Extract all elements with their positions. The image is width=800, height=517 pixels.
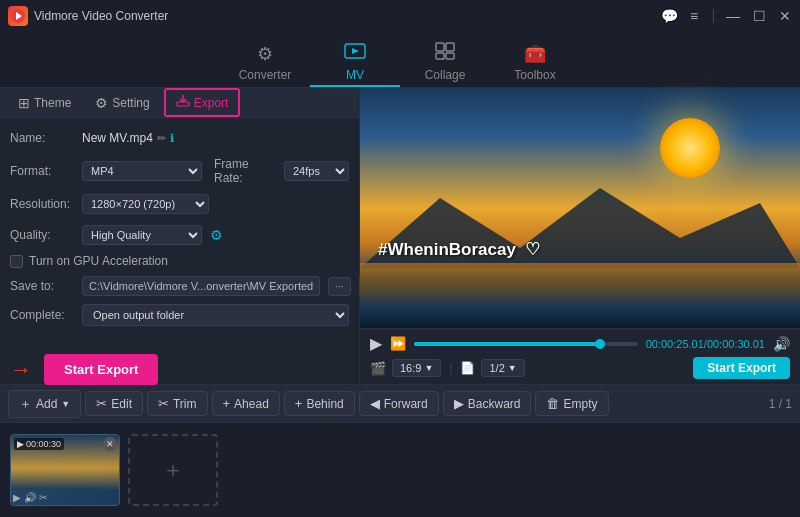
name-value: New MV.mp4 xyxy=(82,131,153,145)
watermark-text: #WheninBoracay xyxy=(378,240,516,259)
tab-converter-label: Converter xyxy=(239,68,292,82)
sub-tab-theme-label: Theme xyxy=(34,96,71,110)
sub-tab-theme[interactable]: ⊞ Theme xyxy=(8,91,81,115)
trim-button[interactable]: ✂ Trim xyxy=(147,391,208,416)
format-select[interactable]: MP4 MOV AVI xyxy=(82,161,202,181)
time-current: 00:00:25.01 xyxy=(646,338,704,350)
clip-close-button[interactable]: ✕ xyxy=(103,437,117,451)
sub-tab-setting[interactable]: ⚙ Setting xyxy=(85,91,159,115)
video-controls: ▶ ⏩ 00:00:25.01/00:00:30.01 🔊 🎬 16:9 ▼ | xyxy=(360,328,800,384)
toolbox-icon: 🧰 xyxy=(524,43,546,65)
aspect-chevron-icon: ▼ xyxy=(424,363,433,373)
quality-settings-icon[interactable]: ⚙ xyxy=(210,227,223,243)
app-icon xyxy=(8,6,28,26)
menu-icon[interactable]: ≡ xyxy=(687,8,701,24)
behind-button[interactable]: + Behind xyxy=(284,391,355,416)
tab-mv-label: MV xyxy=(346,68,364,82)
format-value-area: MP4 MOV AVI Frame Rate: 24fps 30fps 60fp… xyxy=(82,157,349,185)
forward-label: Forward xyxy=(384,397,428,411)
behind-label: Behind xyxy=(306,397,343,411)
time-display: 00:00:25.01/00:00:30.01 xyxy=(646,338,765,350)
save-label: Save to: xyxy=(10,279,82,293)
skip-button[interactable]: ⏩ xyxy=(390,336,406,351)
tab-converter[interactable]: ⚙ Converter xyxy=(220,39,310,87)
backward-button[interactable]: ▶ Backward xyxy=(443,391,532,416)
mv-icon xyxy=(344,42,366,65)
fps-label: Frame Rate: xyxy=(214,157,280,185)
format-label: Format: xyxy=(10,164,82,178)
resolution-row: Resolution: 1280×720 (720p) 1920×1080 (1… xyxy=(10,192,349,216)
name-label: Name: xyxy=(10,131,82,145)
trim-label: Trim xyxy=(173,397,197,411)
fps-select[interactable]: 24fps 30fps 60fps xyxy=(284,161,349,181)
behind-icon: + xyxy=(295,396,303,411)
main-layout: ⊞ Theme ⚙ Setting Export Name: New MV.mp… xyxy=(0,88,800,384)
clip-audio-icon[interactable]: 🔊 xyxy=(24,492,36,503)
page-icon: 📄 xyxy=(460,361,475,375)
sub-tab-bar: ⊞ Theme ⚙ Setting Export xyxy=(0,88,359,118)
edit-name-icon[interactable]: ✏ xyxy=(157,132,166,145)
timeline-add-button[interactable]: ＋ xyxy=(128,434,218,506)
progress-bar[interactable] xyxy=(414,342,638,346)
maximize-button[interactable]: ☐ xyxy=(752,8,766,24)
collage-icon xyxy=(435,42,455,65)
timeline: ▶ 00:00:30 ✕ ▶ 🔊 ✂ ＋ xyxy=(0,422,800,517)
add-clip-icon: ＋ xyxy=(162,455,184,485)
empty-button[interactable]: 🗑 Empty xyxy=(535,391,608,416)
close-button[interactable]: ✕ xyxy=(778,8,792,24)
clip-play-icon[interactable]: ▶ xyxy=(13,492,21,503)
tab-toolbox[interactable]: 🧰 Toolbox xyxy=(490,39,580,87)
complete-select[interactable]: Open output folder Do nothing xyxy=(82,304,349,326)
title-bar: Vidmore Video Converter 💬 ≡ — ☐ ✕ xyxy=(0,0,800,32)
svg-rect-5 xyxy=(446,43,454,51)
forward-button[interactable]: ◀ Forward xyxy=(359,391,439,416)
edit-icon: ✂ xyxy=(96,396,107,411)
title-bar-left: Vidmore Video Converter xyxy=(8,6,168,26)
controls-row-2: 🎬 16:9 ▼ | 📄 1/2 ▼ Start Export xyxy=(370,357,790,379)
name-value-area: New MV.mp4 ✏ ℹ xyxy=(82,131,349,145)
ahead-label: Ahead xyxy=(234,397,269,411)
trash-icon: 🗑 xyxy=(546,396,559,411)
page-fraction-button[interactable]: 1/2 ▼ xyxy=(481,359,524,377)
quality-select[interactable]: High Quality Medium Quality Low Quality xyxy=(82,225,202,245)
edit-button[interactable]: ✂ Edit xyxy=(85,391,143,416)
volume-icon[interactable]: 🔊 xyxy=(773,336,790,352)
tab-collage[interactable]: Collage xyxy=(400,39,490,87)
save-row: Save to: C:\Vidmore\Vidmore V...onverter… xyxy=(10,275,349,297)
controls-row-1: ▶ ⏩ 00:00:25.01/00:00:30.01 🔊 xyxy=(370,334,790,353)
minimize-button[interactable]: — xyxy=(726,8,740,24)
clip-cut-icon[interactable]: ✂ xyxy=(39,492,47,503)
trim-icon: ✂ xyxy=(158,396,169,411)
time-total: 00:00:30.01 xyxy=(707,338,765,350)
svg-rect-4 xyxy=(436,43,444,51)
video-preview: #WheninBoracay ♡ xyxy=(360,88,800,328)
resolution-label: Resolution: xyxy=(10,197,82,211)
add-button[interactable]: ＋ Add ▼ xyxy=(8,390,81,418)
export-form: Name: New MV.mp4 ✏ ℹ Format: MP4 MOV AVI… xyxy=(0,118,359,344)
complete-row: Complete: Open output folder Do nothing xyxy=(10,304,349,326)
complete-label: Complete: xyxy=(10,308,82,322)
export-icon xyxy=(176,94,190,111)
browse-dots-button[interactable]: ··· xyxy=(328,277,350,296)
chat-icon[interactable]: 💬 xyxy=(661,8,675,24)
backward-icon: ▶ xyxy=(454,396,464,411)
sun-decoration xyxy=(660,118,720,178)
heart-icon: ♡ xyxy=(525,240,540,259)
start-export-small-button[interactable]: Start Export xyxy=(693,357,790,379)
add-icon: ＋ xyxy=(19,395,32,413)
sub-tab-export[interactable]: Export xyxy=(164,88,241,117)
resolution-select[interactable]: 1280×720 (720p) 1920×1080 (1080p) 640×48… xyxy=(82,194,209,214)
play-button[interactable]: ▶ xyxy=(370,334,382,353)
clip-duration-value: 00:00:30 xyxy=(26,439,61,449)
progress-thumb xyxy=(595,339,605,349)
aspect-ratio-button[interactable]: 16:9 ▼ xyxy=(392,359,441,377)
page-fraction-value: 1/2 xyxy=(489,362,504,374)
start-export-button[interactable]: Start Export xyxy=(44,354,158,385)
edit-label: Edit xyxy=(111,397,132,411)
forward-icon: ◀ xyxy=(370,396,380,411)
gpu-label: Turn on GPU Acceleration xyxy=(29,254,168,268)
info-icon[interactable]: ℹ xyxy=(170,132,174,145)
tab-mv[interactable]: MV xyxy=(310,39,400,87)
ahead-button[interactable]: + Ahead xyxy=(212,391,280,416)
gpu-checkbox[interactable] xyxy=(10,255,23,268)
